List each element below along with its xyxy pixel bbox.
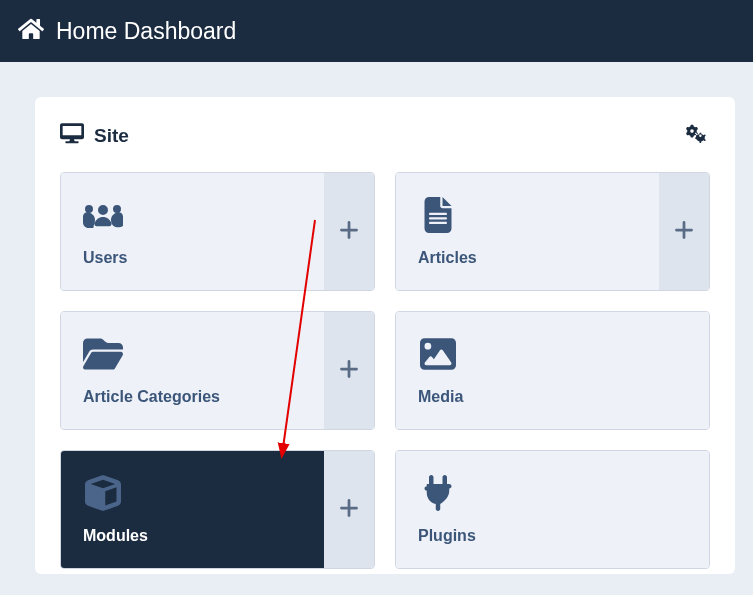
tile-label-media: Media	[418, 388, 687, 406]
tile-label-articles: Articles	[418, 249, 637, 267]
gears-icon[interactable]	[686, 122, 710, 150]
plus-icon	[338, 219, 360, 245]
tile-categories[interactable]: Article Categories	[60, 311, 375, 430]
tiles-grid: Users Articles	[60, 172, 710, 569]
tile-label-modules: Modules	[83, 527, 302, 545]
tile-articles[interactable]: Articles	[395, 172, 710, 291]
add-user-button[interactable]	[324, 173, 374, 290]
panel-header: Site	[60, 122, 710, 150]
site-panel: Site Users	[35, 97, 735, 574]
plug-icon	[418, 475, 687, 515]
tile-users[interactable]: Users	[60, 172, 375, 291]
image-icon	[418, 336, 687, 376]
tile-main-articles[interactable]: Articles	[396, 173, 659, 290]
tile-label-users: Users	[83, 249, 302, 267]
users-icon	[83, 197, 302, 237]
home-icon	[18, 16, 44, 46]
dashboard-header: Home Dashboard	[0, 0, 753, 62]
tile-main-media[interactable]: Media	[396, 312, 709, 429]
tile-main-plugins[interactable]: Plugins	[396, 451, 709, 568]
plus-icon	[338, 497, 360, 523]
content-area: Site Users	[0, 62, 753, 574]
cube-icon	[83, 475, 302, 515]
panel-title: Site	[60, 122, 129, 150]
tile-label-plugins: Plugins	[418, 527, 687, 545]
tile-label-categories: Article Categories	[83, 388, 302, 406]
desktop-icon	[60, 122, 84, 150]
tile-plugins[interactable]: Plugins	[395, 450, 710, 569]
tile-main-modules[interactable]: Modules	[61, 451, 324, 568]
tile-main-users[interactable]: Users	[61, 173, 324, 290]
plus-icon	[338, 358, 360, 384]
tile-media[interactable]: Media	[395, 311, 710, 430]
add-module-button[interactable]	[324, 451, 374, 568]
plus-icon	[673, 219, 695, 245]
panel-title-text: Site	[94, 125, 129, 147]
file-icon	[418, 197, 637, 237]
page-title: Home Dashboard	[56, 18, 236, 45]
add-category-button[interactable]	[324, 312, 374, 429]
tile-main-categories[interactable]: Article Categories	[61, 312, 324, 429]
folder-open-icon	[83, 336, 302, 376]
add-article-button[interactable]	[659, 173, 709, 290]
tile-modules[interactable]: Modules	[60, 450, 375, 569]
